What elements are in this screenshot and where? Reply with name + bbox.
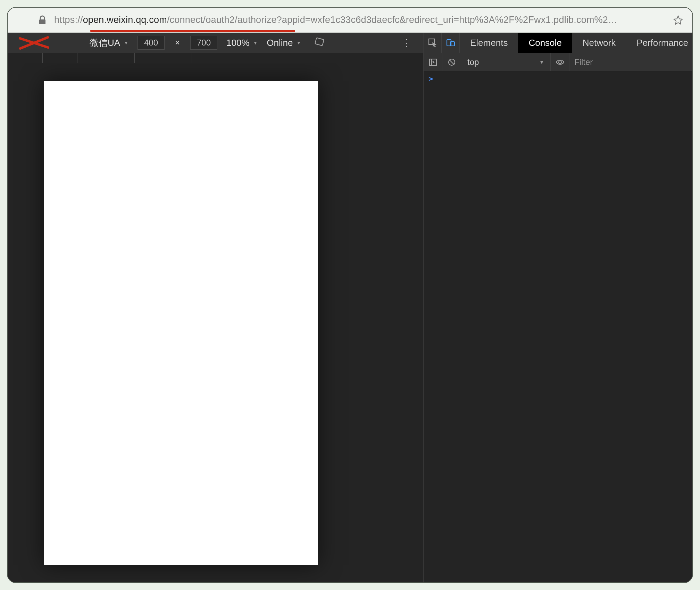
devtools-panel: Elements Console Network Performance xyxy=(424,33,693,582)
clear-console-icon[interactable] xyxy=(442,53,461,71)
tab-elements-label: Elements xyxy=(470,38,508,48)
zoom-label: 100% xyxy=(226,38,250,48)
annotation-red-x xyxy=(18,35,50,55)
tab-performance[interactable]: Performance xyxy=(626,33,693,53)
console-body[interactable]: > xyxy=(424,72,693,582)
annotation-underline-url xyxy=(90,30,295,32)
device-toolbar: 微信UA ▼ × 100% ▼ Online ▼ xyxy=(8,33,423,53)
svg-point-7 xyxy=(559,61,561,64)
zoom-select[interactable]: 100% ▼ xyxy=(226,38,258,48)
bookmark-star-icon[interactable] xyxy=(673,15,683,25)
tab-network-label: Network xyxy=(583,38,616,48)
chevron-down-icon: ▼ xyxy=(539,59,544,65)
device-select[interactable]: 微信UA ▼ xyxy=(90,37,128,49)
url-domain: open.weixin.qq.com xyxy=(83,15,167,25)
tab-console-label: Console xyxy=(528,38,561,48)
device-emulation-panel: 微信UA ▼ × 100% ▼ Online ▼ xyxy=(8,33,424,582)
viewport-width-input[interactable] xyxy=(138,36,165,50)
url-path: /connect/oauth2/authorize?appid=wxfe1c33… xyxy=(167,15,617,25)
live-expression-icon[interactable] xyxy=(551,53,569,71)
emulated-viewport-area xyxy=(8,63,423,582)
chevron-down-icon: ▼ xyxy=(124,40,128,46)
device-select-label: 微信UA xyxy=(90,37,120,49)
tab-elements[interactable]: Elements xyxy=(460,33,518,53)
emulated-page[interactable] xyxy=(44,81,318,565)
throttle-label: Online xyxy=(267,38,293,48)
inspect-element-icon[interactable] xyxy=(424,33,442,53)
ruler xyxy=(8,53,423,63)
chevron-down-icon: ▼ xyxy=(297,40,301,46)
svg-rect-1 xyxy=(315,38,324,46)
console-toolbar: top ▼ xyxy=(424,53,693,72)
tab-network[interactable]: Network xyxy=(572,33,626,53)
context-label: top xyxy=(467,57,479,67)
console-filter xyxy=(569,56,693,69)
throttle-select[interactable]: Online ▼ xyxy=(267,38,301,48)
address-bar[interactable]: https://open.weixin.qq.com/connect/oauth… xyxy=(8,8,692,33)
toggle-console-sidebar-icon[interactable] xyxy=(424,53,442,71)
chevron-down-icon: ▼ xyxy=(253,40,258,46)
tab-performance-label: Performance xyxy=(636,38,688,48)
url-scheme: https:// xyxy=(54,15,83,25)
devtools-area: 微信UA ▼ × 100% ▼ Online ▼ xyxy=(8,33,692,582)
browser-frame: https://open.weixin.qq.com/connect/oauth… xyxy=(7,7,693,583)
toggle-device-toolbar-icon[interactable] xyxy=(442,33,460,53)
lock-icon xyxy=(38,15,47,25)
devtools-tabs: Elements Console Network Performance xyxy=(424,33,693,53)
tab-console[interactable]: Console xyxy=(518,33,572,53)
console-prompt-icon: > xyxy=(428,74,433,83)
console-filter-input[interactable] xyxy=(574,56,693,69)
svg-rect-5 xyxy=(430,59,436,65)
more-options-icon[interactable]: ⋮ xyxy=(402,37,412,49)
url-text[interactable]: https://open.weixin.qq.com/connect/oauth… xyxy=(28,15,666,25)
viewport-height-input[interactable] xyxy=(190,36,217,50)
svg-rect-0 xyxy=(39,19,45,24)
rotate-icon[interactable] xyxy=(314,36,325,49)
execution-context-select[interactable]: top ▼ xyxy=(461,53,551,71)
dim-x: × xyxy=(175,38,180,48)
